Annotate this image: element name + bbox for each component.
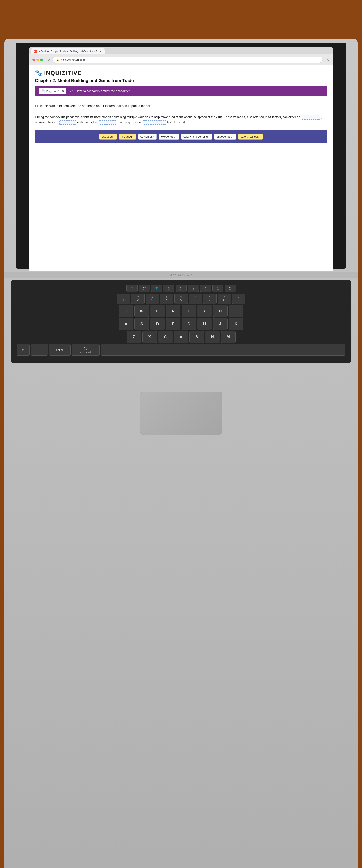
token-ceteris-paribus-label: ceteris paribus	[240, 135, 259, 138]
key-k[interactable]: K	[229, 318, 243, 330]
token-outcomes-asterisk: *	[153, 135, 154, 138]
key-8[interactable]: *8	[218, 293, 231, 304]
laptop-body: DG InQuizitive: Chapter 2: Model Buildin…	[4, 39, 358, 868]
key-r[interactable]: R	[166, 305, 180, 317]
blank-1[interactable]	[301, 115, 320, 120]
key-option[interactable]: option	[49, 344, 71, 355]
blank-2[interactable]	[59, 120, 76, 125]
trackpad[interactable]	[140, 392, 222, 435]
window-controls	[32, 59, 43, 61]
key-h[interactable]: H	[197, 318, 212, 330]
key-y[interactable]: Y	[197, 305, 212, 317]
key-q[interactable]: Q	[119, 305, 133, 317]
key-m[interactable]: M	[221, 331, 235, 343]
key-n[interactable]: N	[205, 331, 220, 343]
key-a[interactable]: A	[119, 318, 133, 330]
maximize-window-button[interactable]	[40, 59, 43, 61]
token-exogenous-asterisk: *	[175, 135, 176, 138]
url-text: ncia.wwnorton.com	[61, 58, 85, 61]
key-s[interactable]: S	[134, 318, 149, 330]
key-spacebar[interactable]	[101, 344, 345, 355]
text-part1: During the coronavirus pandemic, scienti…	[35, 115, 300, 119]
token-included[interactable]: included *	[119, 134, 136, 140]
key-j[interactable]: J	[213, 318, 228, 330]
question-instruction: Fill in the blanks to complete the sente…	[35, 104, 327, 111]
token-exogenous-label: exogenous	[161, 135, 175, 138]
key-i[interactable]: I	[229, 305, 243, 317]
key-f1[interactable]: ☀F1	[127, 285, 138, 292]
token-endogenous-asterisk: *	[232, 135, 234, 138]
key-c[interactable]: C	[158, 331, 173, 343]
tab-label: InQuizitive: Chapter 2: Model Building a…	[38, 50, 101, 53]
blank-3[interactable]	[99, 120, 116, 125]
key-f6[interactable]: 🌙F6	[188, 285, 199, 292]
token-endogenous-label: endogenous	[217, 135, 232, 138]
key-d[interactable]: D	[150, 318, 165, 330]
page-range: Page(s) 31-33	[46, 90, 64, 93]
token-supply-and-demand-asterisk: *	[208, 135, 209, 138]
key-9[interactable]: (9	[232, 293, 245, 304]
token-ceteris-paribus[interactable]: ceteris paribus *	[238, 134, 263, 140]
close-window-button[interactable]	[32, 59, 35, 61]
function-key-row: ☀F1 ☀☀F2 🌐F3 🔍F4 🎙F5 🌙F6 ⏮F7 ⏯F8 ⏭F9	[17, 285, 345, 292]
key-f[interactable]: F	[166, 318, 180, 330]
minimize-window-button[interactable]	[36, 59, 39, 61]
key-f7[interactable]: ⏮F7	[200, 285, 211, 292]
token-outcomes-label: outcomes	[140, 135, 153, 138]
text-part4: , meaning they are	[117, 121, 142, 124]
key-5[interactable]: %5	[174, 293, 188, 304]
keyboard-body: ☀F1 ☀☀F2 🌐F3 🔍F4 🎙F5 🌙F6 ⏮F7 ⏯F8 ⏭F9 !1 …	[11, 280, 351, 363]
key-f4[interactable]: 🔍F4	[163, 285, 174, 292]
token-included-label: included	[121, 135, 132, 138]
token-excluded[interactable]: excluded *	[99, 134, 117, 140]
key-g[interactable]: G	[182, 318, 196, 330]
key-w[interactable]: W	[134, 305, 149, 317]
page-header: 🐾 INQUIZITIVE Chapter 2: Model Building …	[29, 65, 333, 99]
blank-4[interactable]	[142, 120, 166, 125]
address-bar[interactable]: 🔒 ncia.wwnorton.com	[52, 57, 323, 63]
key-x[interactable]: X	[142, 331, 157, 343]
key-f5[interactable]: 🎙F5	[175, 285, 187, 292]
shield-icon: 🛡	[47, 58, 50, 62]
answer-tokens-container: excluded * included * outcomes * exoge	[35, 130, 327, 143]
token-supply-and-demand[interactable]: supply and demand *	[181, 134, 212, 140]
key-2[interactable]: @2	[131, 293, 144, 304]
bottom-row: fn ⌃ option ⌘ command	[17, 344, 345, 355]
key-6[interactable]: ^6	[189, 293, 202, 304]
command-key-label: command	[80, 351, 91, 353]
key-v[interactable]: V	[174, 331, 189, 343]
key-1[interactable]: !1	[117, 293, 130, 304]
key-fn-bottom[interactable]: fn	[17, 344, 30, 355]
key-f3[interactable]: 🌐F3	[151, 285, 162, 292]
nav-question-label: 2.1. How do economists study the economy…	[70, 89, 130, 93]
token-supply-and-demand-label: supply and demand	[184, 135, 208, 138]
key-command[interactable]: ⌘ command	[72, 344, 100, 355]
refresh-button[interactable]: ↻	[327, 58, 330, 62]
key-ctrl[interactable]: ⌃	[31, 344, 48, 355]
active-tab[interactable]: DG InQuizitive: Chapter 2: Model Buildin…	[31, 48, 104, 54]
key-4[interactable]: $4	[160, 293, 173, 304]
nav-bar: 📄 Page(s) 31-33 2.1. How do economists s…	[35, 86, 327, 96]
key-z[interactable]: Z	[127, 331, 141, 343]
chapter-title: Chapter 2: Model Building and Gains from…	[35, 78, 327, 83]
q-row: Q W E R T Y U I	[17, 305, 345, 317]
key-t[interactable]: T	[182, 305, 196, 317]
key-7[interactable]: &7	[203, 293, 217, 304]
key-f8[interactable]: ⏯F8	[212, 285, 224, 292]
token-outcomes[interactable]: outcomes *	[138, 134, 157, 140]
key-f9[interactable]: ⏭F9	[225, 285, 236, 292]
key-b[interactable]: B	[190, 331, 204, 343]
number-row: !1 @2 #3 $4 %5 ^6 &7 *8 (9	[17, 293, 345, 304]
key-u[interactable]: U	[213, 305, 228, 317]
key-e[interactable]: E	[150, 305, 165, 317]
token-exogenous[interactable]: exogenous *	[159, 134, 179, 140]
logo-container: 🐾 INQUIZITIVE	[35, 70, 327, 76]
question-area: Fill in the blanks to complete the sente…	[29, 99, 333, 148]
key-3[interactable]: #3	[145, 293, 159, 304]
browser-content: 🐾 INQUIZITIVE Chapter 2: Model Building …	[29, 65, 333, 271]
z-row: Z X C V B N M	[17, 331, 345, 343]
macbook-label: MacBook Air	[170, 273, 193, 277]
key-f2[interactable]: ☀☀F2	[139, 285, 150, 292]
token-endogenous[interactable]: endogenous *	[214, 134, 236, 140]
pages-icon: 📄	[41, 89, 45, 93]
